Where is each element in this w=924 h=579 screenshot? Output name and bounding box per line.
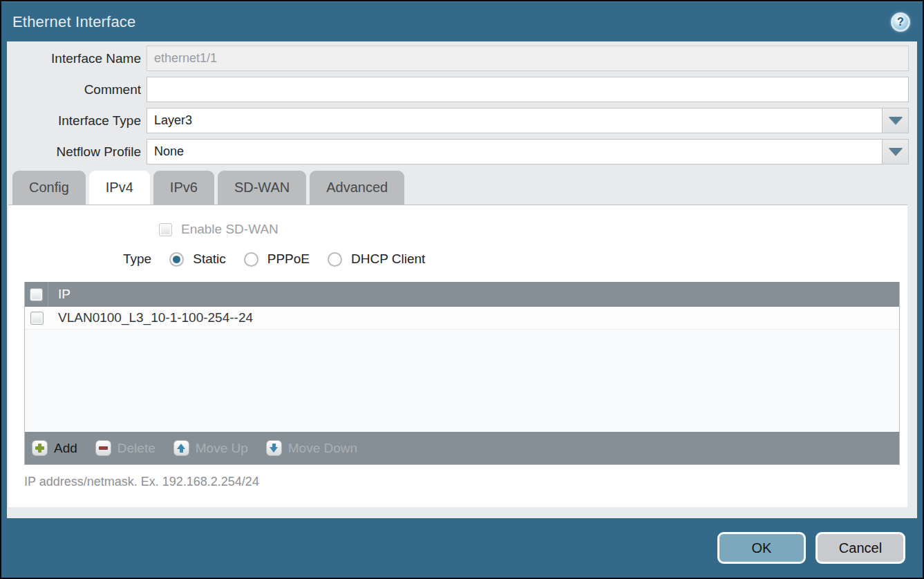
ethernet-interface-dialog: Ethernet Interface ? Interface Name Comm… [0, 0, 924, 579]
tab-ipv6[interactable]: IPv6 [153, 171, 214, 205]
tab-sd-wan[interactable]: SD-WAN [218, 171, 306, 205]
plus-icon [32, 440, 48, 456]
dialog-title: Ethernet Interface [12, 13, 135, 31]
comment-input[interactable] [147, 77, 909, 102]
help-icon[interactable]: ? [891, 12, 910, 32]
netflow-profile-row: Netflow Profile None [7, 139, 917, 164]
ip-hint-text: IP address/netmask. Ex. 192.168.2.254/24 [24, 475, 907, 489]
radio-static-label: Static [193, 251, 226, 267]
interface-type-value: Layer3 [154, 113, 192, 128]
ok-button[interactable]: OK [717, 532, 806, 564]
cancel-button[interactable]: Cancel [815, 532, 905, 564]
radio-pppoe-label: PPPoE [267, 251, 310, 267]
tab-advanced[interactable]: Advanced [310, 171, 404, 205]
chevron-down-icon [889, 148, 903, 155]
arrow-down-icon [266, 440, 282, 456]
select-all-checkbox[interactable] [30, 288, 43, 301]
tab-bar: Config IPv4 IPv6 SD-WAN Advanced [7, 171, 917, 205]
interface-name-row: Interface Name [7, 46, 917, 71]
chevron-down-icon [889, 117, 903, 124]
move-down-button[interactable]: Move Down [266, 440, 357, 456]
minus-icon [95, 440, 111, 456]
netflow-profile-select[interactable]: None [147, 139, 883, 164]
table-row[interactable]: VLAN0100_L3_10-1-100-254--24 [25, 307, 899, 330]
enable-sdwan-label: Enable SD-WAN [181, 222, 279, 237]
ip-value: VLAN0100_L3_10-1-100-254--24 [48, 310, 253, 325]
interface-name-input[interactable] [147, 46, 909, 71]
arrow-up-icon [173, 440, 189, 456]
ip-table: IP VLAN0100_L3_10-1-100-254--24 Add [24, 282, 900, 465]
tab-ipv4[interactable]: IPv4 [89, 171, 150, 205]
netflow-profile-dropdown-button[interactable] [883, 139, 909, 164]
radio-option-dhcp-client[interactable]: DHCP Client [328, 251, 425, 267]
radio-pppoe[interactable] [244, 252, 258, 267]
dialog-footer: OK Cancel [1, 518, 923, 578]
row-checkbox[interactable] [30, 312, 44, 325]
table-toolbar: Add Delete Move Up Move Down [25, 432, 899, 464]
delete-button[interactable]: Delete [95, 440, 155, 456]
interface-type-row: Interface Type Layer3 [7, 108, 917, 133]
ipv4-panel: Enable SD-WAN Type Static PPPoE DHCP Cli… [8, 205, 907, 507]
type-radio-group: Type Static PPPoE DHCP Client [8, 251, 907, 267]
radio-option-pppoe[interactable]: PPPoE [244, 251, 310, 267]
dialog-content: Interface Name Comment Interface Type La… [7, 41, 917, 518]
enable-sdwan-row: Enable SD-WAN [8, 205, 907, 237]
ip-table-header: IP [25, 282, 899, 307]
type-label: Type [123, 251, 151, 267]
table-empty-area [25, 330, 899, 432]
interface-type-label: Interface Type [7, 113, 141, 129]
enable-sdwan-checkbox[interactable] [159, 223, 172, 236]
interface-name-label: Interface Name [7, 51, 141, 66]
comment-label: Comment [7, 82, 141, 97]
move-up-button[interactable]: Move Up [173, 440, 248, 456]
add-button[interactable]: Add [32, 440, 77, 456]
interface-type-dropdown-button[interactable] [883, 108, 909, 133]
ip-column-header: IP [48, 287, 70, 302]
comment-row: Comment [7, 77, 917, 102]
netflow-profile-label: Netflow Profile [7, 144, 141, 160]
radio-dhcp-client-label: DHCP Client [351, 251, 425, 267]
tab-config[interactable]: Config [12, 171, 86, 205]
interface-type-select[interactable]: Layer3 [147, 108, 883, 133]
radio-option-static[interactable]: Static [169, 251, 226, 267]
netflow-profile-value: None [154, 144, 184, 159]
radio-static[interactable] [169, 252, 184, 267]
titlebar: Ethernet Interface ? [1, 1, 923, 41]
radio-dhcp-client[interactable] [328, 252, 342, 267]
